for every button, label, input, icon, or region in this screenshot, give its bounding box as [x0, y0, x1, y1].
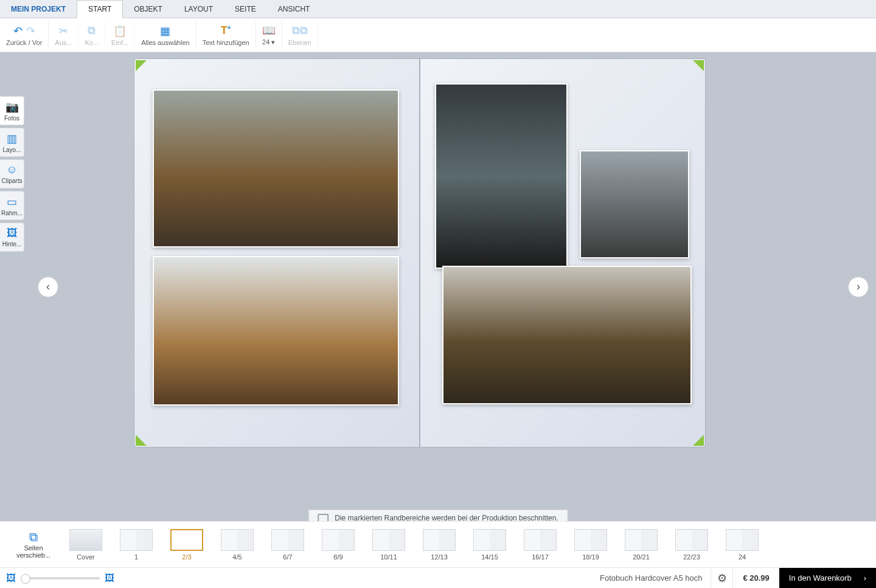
menu-tab-mein-projekt[interactable]: MEIN PROJEKT — [0, 0, 77, 18]
add-text-icon: T+ — [221, 24, 231, 37]
page-prev-button[interactable]: ‹ — [38, 277, 58, 297]
menu-tab-ansicht[interactable]: ANSICHT — [267, 0, 321, 18]
page-thumb[interactable]: Cover — [64, 529, 107, 561]
chevron-right-icon: › — [864, 573, 866, 583]
crop-marker-icon — [693, 60, 704, 71]
palette-backgrounds[interactable]: 🖼 Hinte... — [0, 223, 24, 252]
page-thumb-label: 10/11 — [380, 553, 397, 561]
select-all-icon: ▦ — [160, 24, 170, 38]
frame-icon: ▭ — [7, 195, 17, 209]
zoom-slider[interactable] — [21, 577, 100, 579]
page-thumb[interactable]: 10/11 — [367, 529, 410, 561]
page-thumb-label: Cover — [77, 553, 94, 561]
photo-slot-3[interactable] — [435, 83, 568, 269]
settings-button[interactable]: ⚙ — [711, 568, 732, 588]
paste-icon: 📋 — [113, 24, 127, 38]
zoom-in-icon[interactable]: 🖼 — [105, 573, 114, 584]
ribbon-paste: 📋 Einf... — [105, 21, 135, 49]
chevron-left-icon: ‹ — [46, 280, 50, 293]
zoom-out-icon[interactable]: 🖼 — [6, 573, 16, 584]
page-thumb[interactable]: 1 — [115, 529, 158, 561]
page-next-button[interactable]: › — [848, 277, 869, 297]
page-thumb-label: 16/17 — [532, 553, 549, 561]
side-palette: 📷 Fotos ▥ Layo... ☺ Cliparts ▭ Rahm... 🖼… — [0, 96, 24, 254]
menu-tab-start[interactable]: START — [77, 0, 123, 18]
page-thumb[interactable]: 8/9 — [317, 529, 360, 561]
menu-tabs: MEIN PROJEKT START OBJEKT LAYOUT SEITE A… — [0, 0, 876, 18]
palette-label: Layo... — [2, 147, 21, 153]
page-thumb[interactable]: 4/5 — [216, 529, 259, 561]
photo-slot-2[interactable] — [153, 256, 399, 406]
palette-label: Cliparts — [2, 178, 23, 184]
page-thumb[interactable]: 16/17 — [519, 529, 561, 561]
ribbon-select-all[interactable]: ▦ Alles auswählen — [135, 21, 196, 49]
page-thumb-label: 18/19 — [582, 553, 599, 561]
page-thumb[interactable]: 18/19 — [569, 529, 612, 561]
photo-slot-1[interactable] — [153, 89, 399, 247]
add-to-cart-button[interactable]: In den Warenkorb › — [779, 568, 876, 588]
page-thumb[interactable]: 22/23 — [670, 529, 713, 561]
palette-frames[interactable]: ▭ Rahm... — [0, 191, 24, 220]
photo-slot-5[interactable] — [442, 266, 692, 404]
move-pages-button[interactable]: ⧉ Seiten verschieb... — [9, 530, 58, 559]
page-thumb[interactable]: 14/15 — [468, 529, 511, 561]
page-thumb[interactable]: 6/7 — [266, 529, 309, 561]
palette-label: Fotos — [4, 115, 19, 122]
book-icon: 📖 — [262, 24, 276, 37]
ribbon-select-all-label: Alles auswählen — [141, 39, 190, 46]
page-thumb-preview — [322, 529, 355, 551]
page-thumb-preview — [574, 529, 607, 551]
ribbon: ↶ ↷ Zurück / Vor ✂ Aus... ⧉ Ko... 📋 Einf… — [0, 18, 876, 52]
image-icon: 🖼 — [7, 227, 18, 240]
page-right[interactable] — [420, 58, 706, 448]
page-thumb-preview — [372, 529, 405, 551]
crop-info-bar[interactable]: Die markierten Randbereiche werden bei d… — [308, 510, 568, 521]
book-spread[interactable] — [134, 58, 706, 448]
page-thumb[interactable]: 2/3 — [165, 529, 208, 561]
move-pages-label2: verschieb... — [16, 552, 50, 559]
price: € 20.99 — [732, 568, 779, 588]
palette-fotos[interactable]: 📷 Fotos — [0, 96, 24, 125]
photo-slot-4[interactable] — [580, 150, 689, 258]
page-thumb[interactable]: 20/21 — [620, 529, 662, 561]
copy-icon: ⧉ — [88, 24, 96, 37]
page-thumb-preview — [423, 529, 456, 551]
page-thumb-preview — [221, 529, 254, 551]
page-left[interactable] — [134, 58, 420, 448]
ribbon-copy-label: Ko... — [85, 39, 99, 46]
palette-cliparts[interactable]: ☺ Cliparts — [0, 159, 24, 189]
page-thumb-label: 24 — [739, 553, 746, 561]
workspace: 📷 Fotos ▥ Layo... ☺ Cliparts ▭ Rahm... 🖼… — [0, 52, 876, 521]
ribbon-font-size[interactable]: 📖 24 ▾ — [256, 21, 282, 49]
page-thumb-label: 2/3 — [182, 553, 191, 561]
zoom-controls[interactable]: 🖼 🖼 — [0, 573, 120, 584]
menu-tab-layout[interactable]: LAYOUT — [173, 0, 224, 18]
page-thumb-preview — [271, 529, 304, 551]
ribbon-undo-redo[interactable]: ↶ ↷ Zurück / Vor — [0, 21, 49, 49]
page-thumb-label: 4/5 — [232, 553, 242, 561]
ribbon-copy: ⧉ Ko... — [78, 21, 105, 49]
palette-layouts[interactable]: ▥ Layo... — [0, 128, 24, 157]
page-thumb-preview — [726, 529, 759, 551]
page-thumb-preview — [524, 529, 557, 551]
camera-icon: 📷 — [5, 100, 19, 114]
menu-tab-objekt[interactable]: OBJEKT — [123, 0, 173, 18]
page-thumb[interactable]: 24 — [721, 529, 763, 561]
ribbon-font-size-label: 24 ▾ — [262, 38, 275, 46]
page-thumb-label: 12/13 — [431, 553, 448, 561]
page-thumb-label: 22/23 — [683, 553, 700, 561]
page-thumb-preview — [625, 529, 658, 551]
product-name: Fotobuch Hardcover A5 hoch — [591, 573, 711, 583]
menu-tab-seite[interactable]: SEITE — [224, 0, 267, 18]
page-thumb[interactable]: 12/13 — [418, 529, 461, 561]
ribbon-add-text[interactable]: T+ Text hinzufügen — [196, 21, 256, 49]
move-pages-icon: ⧉ — [29, 530, 38, 544]
page-thumbnail-bar: ⧉ Seiten verschieb... Cover12/34/56/78/9… — [0, 521, 876, 567]
ribbon-cut: ✂ Aus... — [49, 21, 78, 49]
page-thumb-label: 20/21 — [633, 553, 650, 561]
palette-label: Hinte... — [2, 241, 22, 247]
redo-icon: ↷ — [26, 24, 35, 38]
layers-icon: ⧉⧉ — [292, 24, 308, 37]
move-pages-label1: Seiten — [24, 544, 43, 552]
page-thumb-label: 8/9 — [333, 553, 342, 561]
